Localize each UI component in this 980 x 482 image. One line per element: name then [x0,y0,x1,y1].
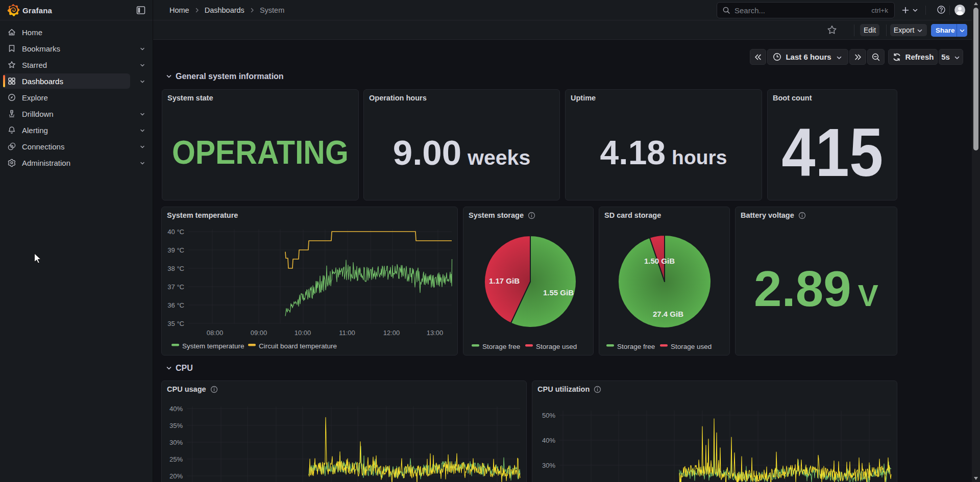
svg-text:30%: 30% [542,462,555,469]
svg-text:25%: 25% [169,455,183,463]
svg-text:37 °C: 37 °C [167,283,184,291]
svg-text:Circuit board temperature: Circuit board temperature [259,342,337,350]
svg-text:27.4 GiB: 27.4 GiB [653,310,683,318]
svg-text:38 °C: 38 °C [167,265,184,272]
svg-text:13:00: 13:00 [427,329,444,337]
svg-text:1.17 GiB: 1.17 GiB [489,276,520,285]
svg-text:Storage free: Storage free [617,343,655,350]
svg-text:1.50 GiB: 1.50 GiB [644,257,675,265]
svg-text:50%: 50% [542,412,555,419]
svg-text:10:00: 10:00 [295,329,311,337]
svg-text:39 °C: 39 °C [167,246,184,254]
svg-text:35%: 35% [169,422,183,429]
svg-text:09:00: 09:00 [251,329,267,337]
svg-text:40%: 40% [542,437,555,444]
svg-text:35 °C: 35 °C [167,320,184,327]
svg-text:36 °C: 36 °C [167,301,184,309]
svg-text:20%: 20% [169,472,183,480]
svg-text:40 °C: 40 °C [167,228,184,236]
svg-text:40%: 40% [169,405,183,413]
svg-text:Storage used: Storage used [671,343,712,350]
svg-text:Storage used: Storage used [536,343,577,350]
svg-text:08:00: 08:00 [207,329,224,337]
svg-text:30%: 30% [169,439,183,446]
svg-text:12:00: 12:00 [383,329,400,337]
svg-text:System temperature: System temperature [182,342,244,350]
svg-text:Storage free: Storage free [482,343,520,350]
svg-text:1.55 GiB: 1.55 GiB [543,288,574,297]
svg-text:11:00: 11:00 [339,329,355,337]
